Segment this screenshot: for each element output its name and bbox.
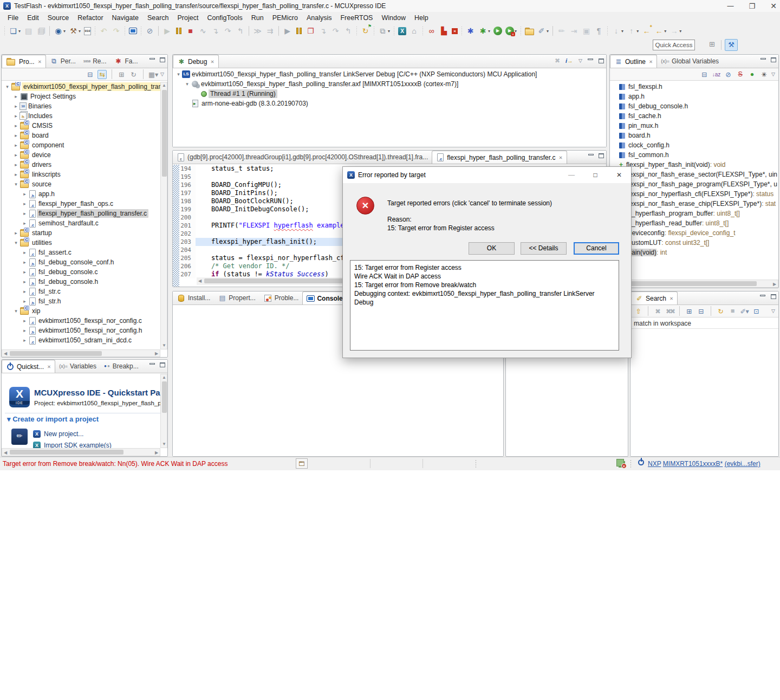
expander-icon[interactable]: ▸ — [21, 289, 28, 294]
tree-row[interactable]: ▸Cdevice — [2, 150, 160, 160]
scroll-right-icon[interactable]: ▶ — [153, 450, 160, 456]
tab-outline-outline[interactable]: ≣Outline✕ — [610, 55, 657, 68]
tree-row[interactable]: ▸.cfsl_debug_console.c — [2, 267, 160, 277]
menu-item-search[interactable]: Search — [143, 12, 173, 23]
tree-row[interactable]: ▸.hfsl_debug_console.h — [2, 277, 160, 287]
tab-quickstart-breakp[interactable]: ●●Breakp... — [100, 360, 142, 373]
cancel-button[interactable]: Cancel — [574, 242, 619, 255]
expander-icon[interactable]: ▾ — [12, 308, 20, 314]
remove-match-icon[interactable]: ✖ — [653, 307, 662, 315]
maximize-panel-icon[interactable] — [599, 153, 604, 158]
scroll-up-icon[interactable]: ▲ — [161, 374, 167, 381]
maximize-panel-icon[interactable] — [771, 294, 776, 299]
new-wizard-icon[interactable]: ❏▾ — [8, 25, 22, 37]
tree-row[interactable]: ▾Cxip — [2, 306, 160, 316]
expander-icon[interactable]: ▸ — [12, 230, 20, 236]
previous-annotation-icon[interactable]: ↑▾ — [626, 25, 640, 37]
menu-item-freertos[interactable]: FreeRTOS — [336, 12, 377, 23]
hide-non-public-icon[interactable]: ● — [748, 70, 757, 78]
outline-item[interactable]: fsl_cache.h — [610, 111, 777, 121]
mcuxpresso-x-icon[interactable]: X — [397, 25, 407, 37]
tab-console-install[interactable]: Install... — [173, 291, 214, 304]
maximize-window-icon[interactable]: ❐ — [749, 2, 756, 10]
tab-search[interactable]: ✐ Search ✕ — [630, 291, 678, 304]
tab-outline-globalvariables[interactable]: (x)=Global Variables — [657, 55, 723, 68]
step-return-icon[interactable]: ↰ — [235, 25, 246, 37]
expander-icon[interactable]: ▾ — [4, 84, 11, 89]
horizontal-scrollbar[interactable]: ◀ ▶ — [2, 448, 160, 456]
dialog-close-icon[interactable]: ✕ — [607, 167, 631, 183]
run-error-icon[interactable]: ▶x▾ — [504, 25, 518, 37]
tab-editor-gdb9proc42000threadgroupi1gdb9proc42000osthread1thread1fra[interactable]: c(gdb[9].proc[42000].threadGroup[i1],gdb… — [173, 151, 432, 164]
toggle-highlight-icon[interactable]: ✏ — [556, 25, 567, 37]
red-probe-icon[interactable]: ▙ — [438, 25, 450, 37]
minimize-panel-icon[interactable] — [760, 58, 766, 60]
view-menu-icon[interactable]: ▽ — [771, 308, 775, 314]
menu-item-source[interactable]: Source — [43, 12, 74, 23]
expander-icon[interactable]: ▸ — [21, 250, 28, 255]
tree-row[interactable]: ▸hIncludes — [2, 111, 160, 121]
config-link[interactable]: (evkbi...sfer) — [725, 460, 760, 468]
instruction-stepping-icon[interactable]: i→ — [566, 57, 573, 64]
expander-icon[interactable]: ▸ — [12, 94, 20, 99]
step-return-all-icon[interactable]: ↰ — [342, 25, 354, 37]
close-icon[interactable]: ✕ — [38, 59, 42, 64]
tree-row[interactable]: ▸.cfsl_str.c — [2, 287, 160, 296]
collapse-all-icon[interactable]: ⊟ — [86, 70, 95, 79]
tab-quickstart-variables[interactable]: (x)=Variables — [55, 360, 100, 373]
expander-icon[interactable]: ▸ — [12, 152, 20, 158]
next-edit-icon[interactable]: ⇥ — [568, 25, 580, 37]
menu-item-project[interactable]: Project — [173, 12, 203, 23]
link-server-icon[interactable]: ∞ — [426, 25, 437, 37]
scroll-left-icon[interactable]: ◀ — [197, 278, 203, 284]
home-icon[interactable]: ⌂ — [408, 25, 420, 37]
tab-explorer-per[interactable]: ⧉Per... — [46, 55, 80, 68]
outline-item[interactable]: +main(void) : int — [610, 248, 777, 257]
sort-icon[interactable]: ↓az — [712, 72, 721, 77]
step-into-all-icon[interactable]: ↴ — [317, 25, 329, 37]
outline-item[interactable]: +flexspi_nor_hyperflash_cfi(FLEXSPI_Type… — [610, 189, 777, 199]
details-button[interactable]: << Details — [521, 242, 567, 255]
resume-all-icon[interactable]: ▶ — [282, 25, 293, 37]
terminate-and-remove-icon[interactable]: × — [451, 25, 459, 37]
maximize-panel-icon[interactable] — [160, 57, 165, 62]
tree-row[interactable]: ▾Cevkbimxrt1050_flexspi_hyper_flash_poll… — [2, 82, 160, 92]
minimize-panel-icon[interactable] — [150, 58, 155, 60]
last-edit-location-icon[interactable]: ▣ — [581, 25, 592, 37]
expander-icon[interactable]: ▸ — [21, 221, 28, 226]
redo-icon[interactable]: ↷ — [110, 25, 122, 37]
tree-row[interactable]: ▾LSevkbimxrt1050_flexspi_hyper_flash_pol… — [173, 69, 606, 79]
minimize-panel-icon[interactable] — [760, 295, 765, 296]
menu-item-edit[interactable]: Edit — [23, 12, 43, 23]
show-previous-match-icon[interactable]: ⇧ — [634, 307, 643, 315]
tree-row[interactable]: ▸Cstartup — [2, 228, 160, 238]
menu-item-help[interactable]: Help — [410, 12, 433, 23]
vertical-scrollbar[interactable]: ▲ ▼ — [160, 82, 167, 349]
tree-row[interactable]: ▸Clinkscripts — [2, 170, 160, 179]
view-menu-icon[interactable]: ▽ — [578, 58, 582, 63]
close-icon[interactable]: ✕ — [558, 155, 562, 160]
search-icon[interactable]: ✐▾ — [536, 25, 550, 37]
outline-item[interactable]: pin_mux.h — [610, 121, 777, 131]
tree-row[interactable]: ▸Project Settings — [2, 92, 160, 101]
expander-icon[interactable]: ▸ — [12, 113, 20, 119]
open-perspective-icon[interactable]: ⊞ — [709, 40, 715, 48]
minimize-panel-icon[interactable] — [588, 154, 594, 155]
tree-row[interactable]: ▸Ccomponent — [2, 140, 160, 150]
scroll-down-icon[interactable]: ▼ — [161, 441, 167, 448]
instruction-step-into-icon[interactable]: ≫ — [252, 25, 263, 37]
dialog-details-box[interactable]: 15: Target error from Register accessWir… — [350, 260, 619, 351]
toggle-mark-occurrences-icon[interactable]: ⊘ — [144, 25, 155, 37]
tree-row[interactable]: ▸.cflexspi_hyper_flash_ops.c — [2, 199, 160, 209]
back-icon[interactable]: ←▾ — [653, 25, 667, 37]
expander-icon[interactable]: ▸ — [21, 269, 28, 275]
close-icon[interactable]: ✕ — [210, 59, 214, 64]
tree-row[interactable]: ▸.hevkbimxrt1050_flexspi_nor_config.h — [2, 326, 160, 335]
console-pages-icon[interactable]: ✕ — [616, 459, 624, 466]
tree-row[interactable]: ▸CCMSIS — [2, 121, 160, 131]
outline-item[interactable]: ccustomLUT : const uint32_t[] — [610, 238, 777, 248]
tree-row[interactable]: ▸Cdrivers — [2, 160, 160, 170]
outline-item[interactable]: fsl_debug_console.h — [610, 101, 777, 111]
tree-row[interactable]: ▸Cboard — [2, 131, 160, 140]
tree-row[interactable]: ▸.happ.h — [2, 189, 160, 199]
